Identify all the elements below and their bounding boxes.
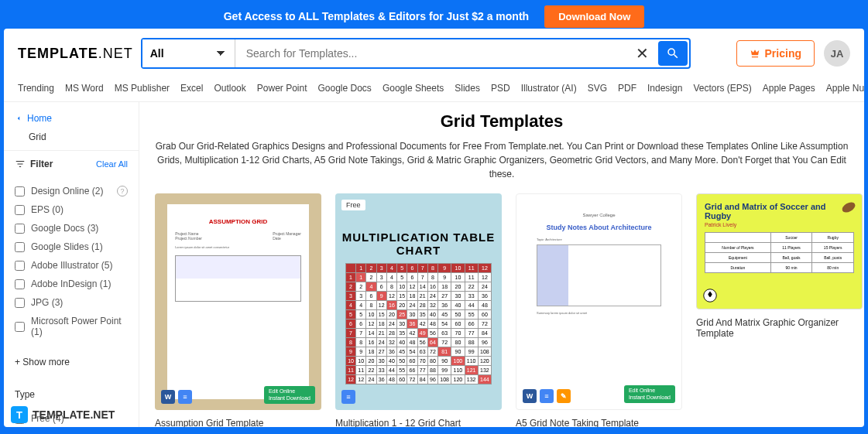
nav-link[interactable]: Google Sheets [383, 83, 444, 94]
card-title: Grid And Matrix Graphic Organizer Templa… [696, 317, 863, 339]
nav-link[interactable]: Indesign [647, 83, 682, 94]
nav-link[interactable]: Slides [455, 83, 480, 94]
download-now-button[interactable]: Download Now [544, 5, 644, 28]
nav-link[interactable]: Illustrator (AI) [521, 83, 577, 94]
filter-checkbox-item[interactable]: Design Online (2)? [15, 182, 128, 200]
clear-all-link[interactable]: Clear All [96, 159, 128, 169]
nav-link[interactable]: MS Word [65, 83, 104, 94]
edit-badge: Edit OnlineInstant Download [264, 386, 315, 404]
nav-link[interactable]: Vectors (EPS) [693, 83, 751, 94]
nav-link[interactable]: Power Point [257, 83, 307, 94]
site-logo[interactable]: TEMPLATE.NET [18, 46, 133, 62]
card-title: Assumption Grid Template [155, 418, 321, 427]
template-card[interactable]: Grid and Matrix of Soccer and Rugby Patr… [696, 193, 863, 427]
chevron-left-icon [15, 114, 22, 122]
card-title: Multiplication 1 - 12 Grid Chart [335, 418, 502, 427]
filter-icon [15, 159, 26, 169]
filter-label: Filter [15, 159, 53, 169]
search-input[interactable] [235, 39, 628, 67]
nav-link[interactable]: Apple Numbers [826, 83, 864, 94]
gdocs-icon: ≡ [178, 390, 192, 404]
show-more-link[interactable]: + Show more [15, 350, 128, 374]
template-card[interactable]: Free MULTIPLICATION TABLE CHART 12345678… [335, 193, 502, 427]
nav-link[interactable]: SVG [588, 83, 607, 94]
rugby-ball-icon [840, 199, 857, 216]
gdocs-icon: ≡ [341, 390, 355, 404]
pages-icon: ✎ [557, 389, 571, 403]
clear-search-button[interactable]: ✕ [628, 39, 657, 67]
soccer-ball-icon [702, 287, 719, 304]
nav-link[interactable]: PDF [618, 83, 636, 94]
card-title: A5 Grid Note Taking Template [516, 418, 682, 427]
gdocs-icon: ≡ [540, 389, 554, 403]
type-section-label: Type [4, 378, 139, 405]
nav-link[interactable]: MS Publisher [115, 83, 170, 94]
promo-text: Get Access to ALL Templates & Editors fo… [224, 10, 529, 22]
edit-badge: Edit OnlineInstant Download [624, 385, 675, 403]
filter-checkbox-item[interactable]: Adobe InDesign (1) [15, 275, 128, 293]
nav-link[interactable]: Google Docs [318, 83, 372, 94]
filter-checkbox-item[interactable]: JPG (3) [15, 293, 128, 312]
page-description: Grab Our Grid-Related Graphics Designs a… [155, 139, 849, 181]
breadcrumb-current: Grid [4, 127, 139, 150]
template-card[interactable]: Sawyer College Study Notes About Archite… [516, 193, 682, 427]
crown-icon [750, 48, 760, 59]
nav-link[interactable]: Trending [18, 83, 54, 94]
page-title: Grid Templates [155, 111, 849, 132]
nav-link[interactable]: Outlook [214, 83, 245, 94]
filter-checkbox-item[interactable]: Google Slides (1) [15, 238, 128, 256]
user-avatar[interactable]: JA [824, 40, 850, 67]
nav-link[interactable]: Excel [180, 83, 203, 94]
word-icon: W [161, 390, 175, 404]
breadcrumb-home[interactable]: Home [4, 110, 139, 127]
category-nav: TrendingMS WordMS PublisherExcelOutlookP… [4, 78, 864, 102]
search-button[interactable] [658, 41, 688, 66]
filter-checkbox-item[interactable]: Microsoft Power Point (1) [15, 312, 128, 341]
filter-checkbox-item[interactable]: EPS (0) [15, 200, 128, 219]
pricing-button[interactable]: Pricing [736, 40, 815, 67]
nav-link[interactable]: Apple Pages [763, 83, 815, 94]
svg-point-0 [840, 200, 856, 215]
category-dropdown[interactable]: All [142, 39, 235, 67]
free-badge: Free [341, 200, 365, 210]
nav-link[interactable]: PSD [491, 83, 510, 94]
search-icon [666, 46, 680, 60]
template-card[interactable]: ASSUMPTION GRID Project NameProject Numb… [155, 193, 321, 427]
filter-checkbox-item[interactable]: Adobe Illustrator (5) [15, 256, 128, 275]
filter-checkbox-item[interactable]: Google Docs (3) [15, 219, 128, 238]
word-icon: W [523, 389, 537, 403]
watermark-logo: TTEMPLATE.NET [11, 406, 115, 423]
